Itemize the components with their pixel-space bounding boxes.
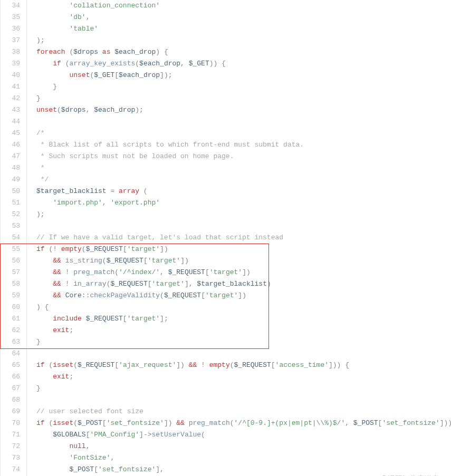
- line-number: 51: [1, 197, 20, 209]
- code-line: 'import.php', 'export.php': [36, 197, 451, 209]
- code-line: *: [36, 162, 451, 174]
- code-area: 'collation_connection' 'db', 'table');fo…: [27, 0, 451, 476]
- line-number: 72: [1, 441, 20, 452]
- code-line: ) {: [36, 302, 451, 313]
- code-line: null,: [36, 441, 451, 452]
- code-line: && ! preg_match('/^index/', $_REQUEST['t…: [36, 267, 451, 278]
- code-line: // user selected font size: [36, 406, 451, 417]
- code-line: exit;: [36, 371, 451, 383]
- line-number: 74: [1, 464, 20, 475]
- code-line: );: [36, 35, 451, 46]
- code-line: * Black list of all scripts to which fro…: [36, 139, 451, 151]
- line-number: 67: [1, 383, 20, 394]
- code-line: 'collation_connection': [36, 0, 451, 12]
- code-line: exit;: [36, 325, 451, 336]
- line-number: 73: [1, 452, 20, 464]
- line-number: 61: [1, 313, 20, 325]
- line-number: 36: [1, 23, 20, 35]
- code-line: unset($drops, $each_drop);: [36, 104, 451, 116]
- line-number: 41: [1, 81, 20, 93]
- line-number: 64: [1, 348, 20, 360]
- line-number: 45: [1, 128, 20, 139]
- line-number: 55: [1, 244, 20, 255]
- line-number: 59: [1, 290, 20, 302]
- code-line: foreach ($drops as $each_drop) {: [36, 46, 451, 58]
- line-number: 50: [1, 186, 20, 197]
- line-number: 57: [1, 267, 20, 278]
- code-line: [36, 348, 451, 360]
- code-viewer: 3435363738394041424344454647484950515253…: [0, 0, 451, 476]
- line-number: 68: [1, 394, 20, 406]
- line-number: 52: [1, 209, 20, 220]
- code-line: }: [36, 93, 451, 104]
- line-number: 62: [1, 325, 20, 336]
- code-line: }: [36, 81, 451, 93]
- line-number: 65: [1, 360, 20, 371]
- line-number: 56: [1, 255, 20, 267]
- code-line: /*: [36, 128, 451, 139]
- code-line: && ! in_array($_REQUEST['target'], $targ…: [36, 278, 451, 290]
- code-line: [36, 220, 451, 232]
- code-line: if (isset($_REQUEST['ajax_request']) && …: [36, 360, 451, 371]
- line-number: 63: [1, 336, 20, 348]
- line-number: 38: [1, 46, 20, 58]
- code-line: // If we have a valid target, let's load…: [36, 232, 451, 244]
- line-number: 43: [1, 104, 20, 116]
- code-line: }: [36, 383, 451, 394]
- line-number: 69: [1, 406, 20, 417]
- line-number: 48: [1, 162, 20, 174]
- code-line: [36, 116, 451, 128]
- code-line: 'FontSize',: [36, 452, 451, 464]
- line-number: 39: [1, 58, 20, 70]
- code-line: [36, 394, 451, 406]
- line-number: 44: [1, 116, 20, 128]
- code-line: && is_string($_REQUEST['target']): [36, 255, 451, 267]
- line-number: 60: [1, 302, 20, 313]
- line-number: 70: [1, 417, 20, 429]
- code-line: $_POST['set_fontsize'],: [36, 464, 451, 475]
- line-number: 58: [1, 278, 20, 290]
- code-line: if (array_key_exists($each_drop, $_GET))…: [36, 58, 451, 70]
- code-line: $target_blacklist = array (: [36, 186, 451, 197]
- line-number: 37: [1, 35, 20, 46]
- code-line: 'table': [36, 23, 451, 35]
- line-number: 35: [1, 12, 20, 23]
- line-number: 71: [1, 429, 20, 441]
- line-number: 49: [1, 174, 20, 186]
- line-number: 40: [1, 70, 20, 81]
- code-line: * Such scripts must not be loaded on hom…: [36, 151, 451, 162]
- code-line: unset($_GET[$each_drop]);: [36, 70, 451, 81]
- line-number: 66: [1, 371, 20, 383]
- code-line: );: [36, 209, 451, 220]
- line-number: 46: [1, 139, 20, 151]
- line-number: 54: [1, 232, 20, 244]
- line-number: 47: [1, 151, 20, 162]
- line-number-gutter: 3435363738394041424344454647484950515253…: [1, 0, 27, 476]
- code-line: 'db',: [36, 12, 451, 23]
- line-number: 34: [1, 0, 20, 12]
- code-line: include $_REQUEST['target'];: [36, 313, 451, 325]
- code-line: if (isset($_POST['set_fontsize']) && pre…: [36, 417, 451, 429]
- line-number: 42: [1, 93, 20, 104]
- code-line: if (! empty($_REQUEST['target']): [36, 244, 451, 255]
- code-line: $GLOBALS['PMA_Config']->setUserValue(: [36, 429, 451, 441]
- code-line: && Core::checkPageValidity($_REQUEST['ta…: [36, 290, 451, 302]
- code-line: */: [36, 174, 451, 186]
- code-line: }: [36, 336, 451, 348]
- line-number: 53: [1, 220, 20, 232]
